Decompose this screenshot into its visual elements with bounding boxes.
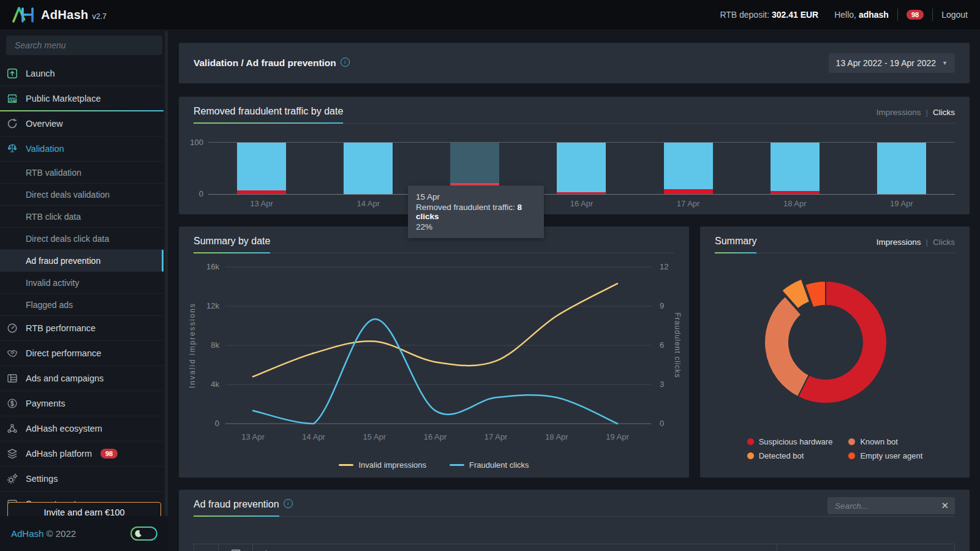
toggle-impressions[interactable]: Impressions: [876, 238, 921, 247]
legend-item-detected-bot[interactable]: Detected bot: [747, 451, 833, 460]
sidebar-subitem-rtb-validation[interactable]: RTB validation: [0, 162, 164, 184]
legend-item-suspicious-hardware[interactable]: Suspicious hardware: [747, 437, 833, 446]
tooltip-value: Removed fraudulent traffic: 8 clicks: [416, 203, 536, 221]
svg-text:0: 0: [660, 419, 664, 428]
x-tick-label: 18 Apr: [742, 199, 848, 208]
sidebar-subitem-direct-deals-validation[interactable]: Direct deals validation: [0, 184, 164, 206]
notification-badge[interactable]: 98: [907, 10, 924, 20]
sidebar-item-payments[interactable]: Payments: [0, 391, 164, 416]
divider: [932, 9, 933, 21]
top-bar: AdHash v2.7 RTB deposit: 302.41 EUR Hell…: [0, 0, 980, 29]
tooltip-date: 15 Apr: [416, 192, 536, 201]
bar-16-apr[interactable]: [557, 143, 606, 194]
summary-by-date-panel: Summary by date 004k38k612k916k12Invalid…: [179, 227, 689, 478]
bar-17-apr[interactable]: [664, 143, 713, 194]
rtb-deposit: RTB deposit: 302.41 EUR: [720, 10, 818, 20]
panel-title: Summary: [715, 236, 756, 253]
donut-slice-empty-user-agent[interactable]: [805, 281, 826, 308]
panel-title: Summary by date: [194, 236, 270, 253]
line-chart-legend: Invalid impressionsFraudulent clicks: [179, 460, 689, 470]
clear-search-icon[interactable]: ✕: [941, 500, 949, 511]
bar-y-min: 0: [184, 189, 203, 198]
sidebar-scrollbar[interactable]: [165, 31, 168, 550]
impressions-clicks-toggle: Impressions | Clicks: [876, 108, 955, 123]
sidebar: LaunchPublic MarketplaceOverviewValidati…: [0, 29, 168, 551]
svg-text:9: 9: [660, 301, 664, 310]
svg-text:3: 3: [660, 380, 664, 389]
sidebar-item-launch[interactable]: Launch: [0, 61, 164, 86]
bar-fraud-segment: [237, 190, 286, 194]
chevron-down-icon: ▼: [942, 60, 948, 66]
footer-brand-link[interactable]: AdHash: [11, 528, 43, 539]
sidebar-subitem-invalid-activity[interactable]: Invalid activity: [0, 272, 164, 294]
bar-13-apr[interactable]: [237, 143, 286, 194]
sidebar-menu: LaunchPublic MarketplaceOverviewValidati…: [0, 61, 164, 516]
legend-item-invalid-impressions[interactable]: Invalid impressions: [339, 460, 426, 470]
svg-text:12k: 12k: [206, 301, 219, 310]
sidebar-subitem-ad-fraud-prevention[interactable]: Ad fraud prevention: [0, 250, 164, 272]
bar-plot: [208, 142, 955, 195]
bar-18-apr[interactable]: [771, 143, 820, 194]
svg-text:16 Apr: 16 Apr: [424, 432, 447, 441]
line-series-invalid-impressions[interactable]: [253, 283, 617, 377]
launch-icon: [6, 67, 18, 80]
bar-19-apr[interactable]: [877, 143, 926, 194]
table-checkbox-column[interactable]: [194, 544, 219, 551]
user-greeting: Hello, adhash: [834, 10, 889, 20]
validation-icon: [6, 143, 18, 155]
sidebar-item-adhash-platform[interactable]: AdHash platform98: [0, 441, 164, 467]
table-search-input[interactable]: [834, 501, 937, 511]
brand-name: AdHash: [41, 8, 88, 22]
sidebar-subitem-direct-deals-click-data[interactable]: Direct deals click data: [0, 228, 164, 250]
removed-traffic-panel: Removed fraudulent traffic by date Impre…: [179, 97, 970, 214]
legend-item-known-bot[interactable]: Known bot: [848, 437, 922, 446]
sidebar-item-validation[interactable]: Validation: [0, 137, 164, 162]
sidebar-subitem-rtb-click-data[interactable]: RTB click data: [0, 206, 164, 228]
platform-icon: [6, 448, 18, 460]
sidebar-search-input[interactable]: [13, 40, 157, 51]
sidebar-item-direct-performance[interactable]: Direct performance: [0, 341, 164, 366]
sidebar-submenu: RTB validationDirect deals validationRTB…: [0, 162, 164, 316]
bar-column: [635, 143, 742, 194]
sidebar-item-public-marketplace[interactable]: Public Marketplace: [0, 86, 164, 111]
bar-14-apr[interactable]: [344, 143, 393, 194]
svg-text:16k: 16k: [206, 262, 219, 271]
date-range-select[interactable]: 13 Apr 2022 - 19 Apr 2022 ▼: [829, 53, 955, 73]
legend-item-empty-user-agent[interactable]: Empty user agent: [848, 451, 922, 460]
brand-version: v2.7: [92, 12, 107, 21]
x-tick-label: 19 Apr: [848, 199, 955, 208]
overview-icon: [6, 118, 18, 130]
sidebar-item-rtb-performance[interactable]: RTB performance: [0, 316, 164, 341]
ecosystem-icon: [6, 422, 18, 435]
bar-column: [742, 143, 848, 194]
svg-text:6: 6: [660, 340, 664, 350]
adhash-logo-icon: [12, 7, 36, 23]
sidebar-item-adhash-ecosystem[interactable]: AdHash ecosystem: [0, 416, 164, 441]
toggle-impressions[interactable]: Impressions: [876, 108, 921, 117]
impressions-clicks-toggle: Impressions | Clicks: [876, 238, 955, 253]
svg-text:12: 12: [660, 262, 668, 271]
moon-icon: [134, 529, 143, 538]
toggle-clicks[interactable]: Clicks: [933, 238, 955, 247]
svg-text:19 Apr: 19 Apr: [606, 432, 629, 441]
sidebar-subitem-flagged-ads[interactable]: Flagged ads: [0, 294, 164, 316]
sidebar-item-overview[interactable]: Overview: [0, 111, 164, 137]
dark-mode-toggle[interactable]: [130, 527, 157, 541]
footer-copyright: AdHash © 2022: [11, 528, 76, 539]
settings-icon: [6, 473, 18, 485]
toggle-clicks[interactable]: Clicks: [933, 108, 955, 117]
bar-y-max: 100: [184, 138, 203, 147]
brand[interactable]: AdHash v2.7: [12, 7, 107, 23]
sidebar-item-settings[interactable]: Settings: [0, 467, 164, 492]
sidebar-item-ads-and-campaigns[interactable]: Ads and campaigns: [0, 366, 164, 391]
donut-slice-known-bot[interactable]: [764, 296, 809, 397]
info-icon[interactable]: i: [341, 58, 350, 67]
legend-item-fraudulent-clicks[interactable]: Fraudulent clicks: [450, 460, 529, 470]
logout-button[interactable]: Logout: [941, 10, 968, 20]
svg-text:17 Apr: 17 Apr: [484, 432, 508, 441]
bar-fraud-segment: [664, 189, 713, 194]
line-series-fraudulent-clicks[interactable]: [253, 319, 617, 424]
donut-chart: [700, 253, 970, 414]
info-icon[interactable]: i: [284, 499, 293, 508]
table-main-column: [253, 544, 777, 551]
